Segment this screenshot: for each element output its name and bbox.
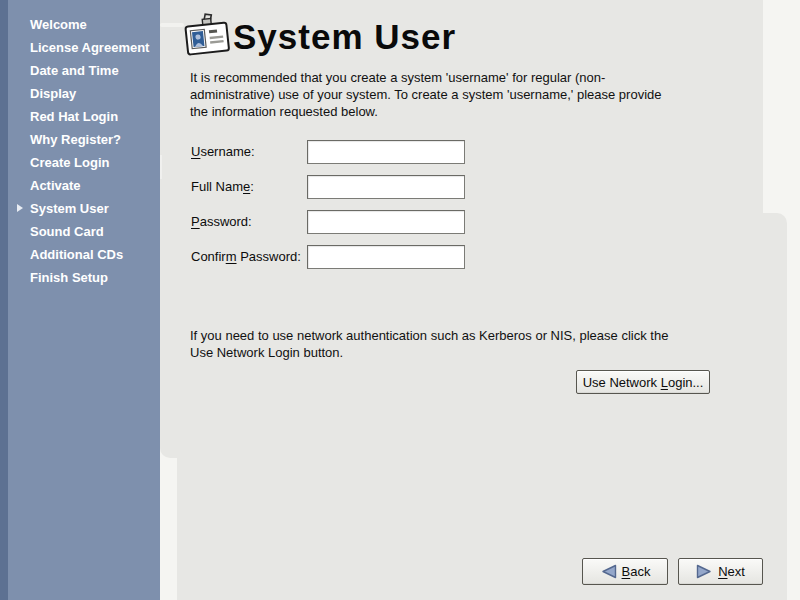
active-step-arrow-icon (17, 204, 23, 212)
sidebar-item-license-agreement[interactable]: License Agreement (0, 36, 160, 59)
sidebar-item-finish-setup[interactable]: Finish Setup (0, 266, 160, 289)
firstboot-window: Welcome License Agreement Date and Time … (0, 0, 800, 600)
network-auth-note: If you need to use network authenticatio… (190, 327, 668, 361)
intro-text: It is recommended that you create a syst… (190, 69, 662, 120)
username-field[interactable] (307, 140, 465, 164)
id-badge-icon (184, 11, 232, 65)
sidebar-item-sound-card[interactable]: Sound Card (0, 220, 160, 243)
full-name-field[interactable] (307, 175, 465, 199)
back-button[interactable]: Back (582, 558, 668, 585)
sidebar-item-activate[interactable]: Activate (0, 174, 160, 197)
use-network-login-button[interactable]: Use Network Login... (576, 370, 710, 394)
sidebar-item-date-and-time[interactable]: Date and Time (0, 59, 160, 82)
content-panel-lower (177, 213, 787, 600)
confirm-password-label: Confirm Password: (191, 245, 301, 269)
setup-steps-sidebar: Welcome License Agreement Date and Time … (0, 0, 160, 600)
full-name-label: Full Name: (191, 175, 254, 199)
next-button[interactable]: Next (678, 558, 763, 585)
next-arrow-icon (696, 564, 713, 579)
password-field[interactable] (307, 210, 465, 234)
page-title: System User (233, 17, 456, 57)
sidebar-item-display[interactable]: Display (0, 82, 160, 105)
password-label: Password: (191, 210, 252, 234)
back-arrow-icon (600, 564, 617, 579)
confirm-password-field[interactable] (307, 245, 465, 269)
sidebar-item-why-register[interactable]: Why Register? (0, 128, 160, 151)
panel-edge-highlight (160, 155, 162, 179)
setup-steps-list: Welcome License Agreement Date and Time … (0, 13, 160, 289)
sidebar-item-create-login[interactable]: Create Login (0, 151, 160, 174)
sidebar-item-additional-cds[interactable]: Additional CDs (0, 243, 160, 266)
sidebar-item-system-user[interactable]: System User (0, 197, 160, 220)
username-label: Username: (191, 140, 255, 164)
sidebar-connector-tick (160, 23, 184, 27)
sidebar-item-red-hat-login[interactable]: Red Hat Login (0, 105, 160, 128)
sidebar-item-welcome[interactable]: Welcome (0, 13, 160, 36)
